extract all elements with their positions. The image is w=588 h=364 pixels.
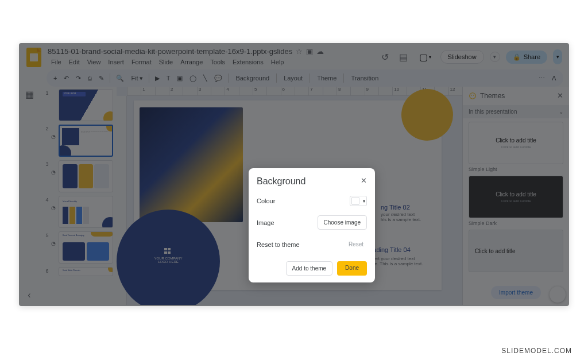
menu-help[interactable]: Help bbox=[268, 57, 288, 67]
lock-icon: 🔒 bbox=[513, 53, 521, 61]
theme-card[interactable]: Click to add title bbox=[469, 230, 563, 272]
explore-fab[interactable] bbox=[550, 286, 566, 303]
redo-button[interactable]: ↷ bbox=[74, 73, 83, 84]
svg-rect-1 bbox=[30, 53, 38, 61]
slideshow-dropdown[interactable]: ▾ bbox=[490, 52, 500, 62]
slide-number: 3 bbox=[43, 160, 48, 167]
background-dialog: Background ✕ Colour ▾ Image Choose image… bbox=[249, 168, 375, 282]
themes-panel: Themes ✕ In this presentation⌄ Click to … bbox=[462, 87, 569, 305]
comment-button[interactable]: 💬 bbox=[212, 73, 225, 84]
choose-image-button[interactable]: Choose image bbox=[318, 215, 367, 230]
new-slide-button[interactable]: + bbox=[51, 73, 59, 83]
svg-point-2 bbox=[470, 92, 476, 99]
comments-icon[interactable]: ▤ bbox=[397, 51, 410, 63]
side-rail: ▦ ‹ bbox=[19, 87, 40, 305]
dialog-title: Background bbox=[257, 176, 367, 187]
paint-format-button[interactable]: ✎ bbox=[96, 73, 106, 84]
menu-insert[interactable]: Insert bbox=[105, 57, 127, 67]
placeholder-image[interactable] bbox=[140, 107, 243, 222]
image-button[interactable]: ▣ bbox=[175, 73, 185, 84]
title-bar: 85115-01-brand-social-media-kit-powerpoi… bbox=[19, 43, 569, 68]
slides-logo-icon[interactable] bbox=[25, 46, 43, 69]
star-icon[interactable]: ☆ bbox=[296, 48, 303, 55]
menu-view[interactable]: View bbox=[84, 57, 105, 67]
comment-indicator-icon: ◔ bbox=[51, 125, 56, 140]
decorative-circle bbox=[401, 89, 453, 141]
select-tool[interactable]: ▶ bbox=[153, 73, 162, 84]
add-to-theme-button[interactable]: Add to theme bbox=[286, 261, 332, 276]
image-label: Image bbox=[257, 219, 274, 226]
background-button[interactable]: Background bbox=[232, 73, 273, 83]
close-icon[interactable]: ✕ bbox=[557, 91, 563, 100]
slide-number: 6 bbox=[43, 267, 48, 274]
print-button[interactable]: ⎙ bbox=[86, 73, 94, 83]
document-title[interactable]: 85115-01-brand-social-media-kit-powerpoi… bbox=[48, 47, 292, 56]
textbox-button[interactable]: T bbox=[164, 73, 173, 83]
menu-slide[interactable]: Slide bbox=[156, 57, 176, 67]
app-window: 85115-01-brand-social-media-kit-powerpoi… bbox=[19, 43, 569, 306]
share-dropdown[interactable]: ▾ bbox=[553, 49, 562, 64]
collapse-toolbar-icon[interactable]: ᐱ bbox=[550, 73, 559, 84]
theme-card-simple-light[interactable]: Click to add title Click to add subtitle bbox=[469, 122, 563, 164]
present-dropdown[interactable]: ▢▾ bbox=[416, 51, 435, 64]
line-button[interactable]: ╲ bbox=[201, 73, 210, 84]
move-folder-icon[interactable]: ▣ bbox=[306, 48, 313, 55]
shape-button[interactable]: ◯ bbox=[187, 73, 199, 84]
svg-point-4 bbox=[473, 94, 474, 95]
slide-number: 5 bbox=[43, 231, 48, 238]
slide-number: 2 bbox=[43, 125, 48, 131]
themes-subheader[interactable]: In this presentation⌄ bbox=[463, 105, 569, 118]
menu-tools[interactable]: Tools bbox=[207, 57, 229, 67]
chevron-down-icon: ▾ bbox=[363, 199, 365, 204]
history-icon[interactable]: ↺ bbox=[379, 51, 392, 63]
slide-number: 1 bbox=[43, 89, 48, 96]
watermark: SLIDEMODEL.COM bbox=[501, 347, 572, 355]
slide-thumbnail[interactable]: Social Media Channels bbox=[59, 267, 113, 276]
logo-placeholder[interactable]: YOUR COMPANY LOGO HERE bbox=[117, 210, 220, 305]
layout-button[interactable]: Layout bbox=[280, 73, 306, 83]
done-button[interactable]: Done bbox=[337, 261, 367, 276]
slide-thumbnail[interactable] bbox=[59, 160, 113, 192]
reset-label: Reset to theme bbox=[257, 241, 300, 248]
more-toolbar-icon[interactable]: ⋯ bbox=[536, 73, 547, 84]
theme-button[interactable]: Theme bbox=[314, 73, 340, 83]
svg-point-3 bbox=[471, 94, 472, 95]
slide-thumbnail-selected[interactable]: aaaa aaa aaa aaa aaa aaa aaa aaa aaa aaa… bbox=[59, 125, 113, 157]
colour-label: Colour bbox=[257, 198, 275, 204]
close-icon[interactable]: ✕ bbox=[361, 176, 367, 185]
themes-title: Themes bbox=[480, 92, 554, 100]
menu-bar: File Edit View Insert Format Slide Arran… bbox=[48, 57, 379, 67]
share-button[interactable]: 🔒Share bbox=[506, 51, 547, 64]
comment-indicator-icon bbox=[51, 267, 56, 276]
filmstrip: 1 SOCIAL MEDIA 2◔ aaaa aaa aaa aaa aaa a… bbox=[40, 87, 117, 305]
grid-view-icon[interactable]: ▦ bbox=[24, 89, 34, 99]
menu-arrange[interactable]: Arrange bbox=[177, 57, 206, 67]
comment-indicator-icon: ◔ bbox=[51, 160, 56, 175]
theme-card-simple-dark[interactable]: Click to add title Click to add subtitle bbox=[469, 176, 563, 218]
comment-indicator-icon: ◔ bbox=[51, 231, 56, 246]
toolbar: + ↶ ↷ ⎙ ✎ 🔍 Fit ▾ ▶ T ▣ ◯ ╲ 💬 Background… bbox=[47, 69, 563, 87]
zoom-button[interactable]: 🔍 bbox=[114, 73, 126, 84]
menu-edit[interactable]: Edit bbox=[65, 57, 83, 67]
menu-format[interactable]: Format bbox=[128, 57, 155, 67]
zoom-fit[interactable]: Fit ▾ bbox=[129, 73, 145, 84]
transition-button[interactable]: Transition bbox=[347, 73, 382, 83]
slideshow-button[interactable]: Slideshow bbox=[440, 50, 484, 64]
slide-thumbnail[interactable]: SOCIAL MEDIA bbox=[59, 89, 113, 121]
themes-icon bbox=[469, 92, 477, 100]
video-icon: ▢ bbox=[419, 52, 428, 63]
undo-button[interactable]: ↶ bbox=[61, 73, 71, 84]
reset-button[interactable]: Reset bbox=[345, 239, 367, 250]
slide-thumbnail[interactable]: Brand Voice and Messaging bbox=[59, 231, 113, 264]
slide-number: 4 bbox=[43, 196, 48, 203]
heading: ng Title 02 bbox=[381, 204, 410, 211]
menu-extensions[interactable]: Extensions bbox=[229, 57, 267, 67]
cloud-status-icon[interactable]: ☁ bbox=[316, 48, 324, 55]
slide-thumbnail[interactable]: Visual Identity bbox=[59, 196, 113, 228]
colour-picker[interactable]: ▾ bbox=[350, 196, 367, 206]
import-theme-button[interactable]: Import theme bbox=[491, 286, 541, 299]
collapse-rail-icon[interactable]: ‹ bbox=[24, 290, 34, 300]
menu-file[interactable]: File bbox=[48, 57, 65, 67]
comment-indicator-icon bbox=[51, 89, 56, 98]
grid-icon bbox=[164, 248, 172, 255]
